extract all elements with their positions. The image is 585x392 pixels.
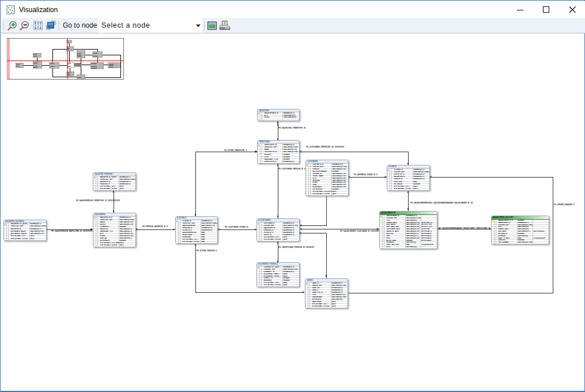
svg-text:FK_CUSTOMER_STORE_ID: FK_CUSTOMER_STORE_ID (225, 226, 248, 228)
svg-text:FK_SALESPERSON_EMPLOYEE_ID_XXX: FK_SALESPERSON_EMPLOYEE_ID_XXXXXXXXXXX (51, 230, 96, 232)
svg-text:FK_ADDRESS_STATE_ID_X: FK_ADDRESS_STATE_ID_X (354, 174, 378, 176)
svg-text:FK_STORE_TERRITORY_X: FK_STORE_TERRITORY_X (224, 149, 248, 152)
svg-text:FK_SALESORDER_CUSTOMER_ID_XXXX: FK_SALESORDER_CUSTOMER_ID_XXXXXXXXX (340, 230, 382, 232)
svg-text:FK_PERSON_ADDRESS_ID_X: FK_PERSON_ADDRESS_ID_X (142, 225, 168, 228)
svg-text:FK_SALESPERSON_TERRITORY_ID_XX: FK_SALESPERSON_TERRITORY_ID_XXXXXXXXXX (76, 199, 120, 202)
svg-text:FK_STORE_PERSON_X: FK_STORE_PERSON_X (197, 250, 217, 252)
svg-text:FK_SALESORDERDETAIL_SALESORDER: FK_SALESORDERDETAIL_SALESORDERHEADER_SAL… (410, 202, 473, 204)
svg-text:FK_CUSTOMER_TERRITORY_ID_XXXXX: FK_CUSTOMER_TERRITORY_ID_XXXXXXXX (306, 146, 345, 148)
svg-text:FK_ORDER_HEADER_X: FK_ORDER_HEADER_X (554, 203, 575, 206)
svg-text:FK_SALESORD_TERRITORY_ID: FK_SALESORD_TERRITORY_ID (278, 127, 306, 129)
svg-text:FK_CREDITCARD_PERSON_ID_XXXXXX: FK_CREDITCARD_PERSON_ID_XXXXXXX (278, 246, 315, 248)
svg-text:FK_CUSTOMER_PERSON_ID_XX: FK_CUSTOMER_PERSON_ID_XX (278, 168, 307, 170)
